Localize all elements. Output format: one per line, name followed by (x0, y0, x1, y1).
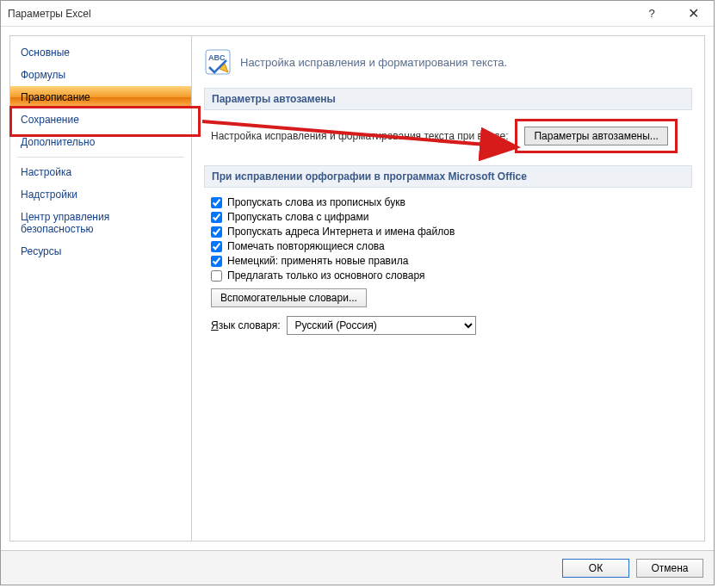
dialog-footer: ОК Отмена (1, 550, 714, 585)
sidebar-item-label: Формулы (21, 69, 65, 81)
sidebar-item-sokhranenie[interactable]: Сохранение (10, 108, 191, 131)
button-label: ОК (589, 562, 603, 574)
checkbox-input[interactable] (211, 256, 222, 267)
sidebar-item-pravopisanie[interactable]: Правописание (10, 86, 191, 108)
checkbox-input[interactable] (211, 226, 222, 238)
checkbox-input[interactable] (211, 270, 222, 282)
annotation-highlight-button: Параметры автозамены... (515, 119, 677, 153)
sidebar-item-label: Надстройки (21, 189, 77, 201)
spellcheck-icon: ABC (204, 48, 232, 76)
checkbox-input[interactable] (211, 197, 222, 208)
custom-dictionaries-button[interactable]: Вспомогательные словари... (211, 288, 367, 307)
sidebar-item-label: Настройка (21, 166, 71, 178)
checkbox-label: Помечать повторяющиеся слова (227, 240, 385, 252)
sidebar: Основные Формулы Правописание Сохранение… (9, 35, 192, 542)
button-label: Отмена (651, 562, 688, 574)
checkbox-german[interactable]: Немецкий: применять новые правила (211, 255, 692, 267)
autoreplace-desc: Настройка исправления и форматирования т… (211, 130, 508, 142)
checkbox-label: Немецкий: применять новые правила (227, 255, 408, 267)
titlebar-title: Параметры Excel (8, 8, 638, 20)
sidebar-item-nadstroiki[interactable]: Надстройки (10, 183, 191, 206)
button-label: Вспомогательные словари... (220, 292, 357, 304)
sidebar-item-label: Ресурсы (21, 245, 61, 257)
content-panel: ABC Настройка исправления и форматирован… (192, 35, 705, 542)
titlebar: Параметры Excel ? ✕ (1, 1, 714, 27)
checkbox-label: Пропускать слова с цифрами (227, 211, 368, 223)
checkbox-repeated[interactable]: Помечать повторяющиеся слова (211, 240, 692, 252)
ok-button[interactable]: ОК (562, 559, 629, 578)
help-icon[interactable]: ? (638, 7, 665, 20)
close-icon[interactable]: ✕ (679, 5, 707, 22)
sidebar-separator (17, 157, 184, 158)
sidebar-item-trust-center[interactable]: Центр управления безопасностью (10, 206, 191, 240)
sidebar-item-formuly[interactable]: Формулы (10, 64, 191, 86)
dictionary-language-label: Язык словаря: (211, 319, 280, 331)
sidebar-item-label: Центр управления безопасностью (21, 211, 109, 235)
sidebar-item-label: Основные (21, 46, 70, 59)
checkbox-uppercase[interactable]: Пропускать слова из прописных букв (211, 196, 692, 208)
button-label: Параметры автозамены... (534, 130, 658, 142)
sidebar-item-label: Дополнительно (21, 136, 95, 148)
checkbox-main-dict[interactable]: Предлагать только из основного словаря (211, 269, 692, 282)
content-header: Настройка исправления и форматирования т… (240, 56, 507, 69)
sidebar-item-label: Правописание (21, 91, 90, 103)
sidebar-item-nastroika[interactable]: Настройка (10, 161, 191, 183)
checkbox-urls[interactable]: Пропускать адреса Интернета и имена файл… (211, 226, 692, 238)
section-autoreplace-title: Параметры автозамены (204, 88, 692, 110)
sidebar-item-label: Сохранение (21, 114, 79, 126)
checkbox-numbers[interactable]: Пропускать слова с цифрами (211, 211, 692, 223)
checkbox-label: Пропускать адреса Интернета и имена файл… (227, 226, 455, 238)
sidebar-item-resursy[interactable]: Ресурсы (10, 240, 191, 263)
sidebar-item-dopolnitelno[interactable]: Дополнительно (10, 131, 191, 153)
autoreplace-params-button[interactable]: Параметры автозамены... (524, 127, 667, 145)
checkbox-input[interactable] (211, 241, 222, 252)
checkbox-label: Предлагать только из основного словаря (227, 269, 424, 282)
checkbox-label: Пропускать слова из прописных букв (227, 196, 405, 208)
svg-text:ABC: ABC (208, 53, 226, 62)
checkbox-input[interactable] (211, 212, 222, 223)
section-spellcheck-title: При исправлении орфографии в программах … (204, 165, 692, 188)
cancel-button[interactable]: Отмена (636, 559, 703, 578)
sidebar-item-osnovnye[interactable]: Основные (10, 41, 191, 64)
dictionary-language-select[interactable]: Русский (Россия) (287, 316, 476, 335)
